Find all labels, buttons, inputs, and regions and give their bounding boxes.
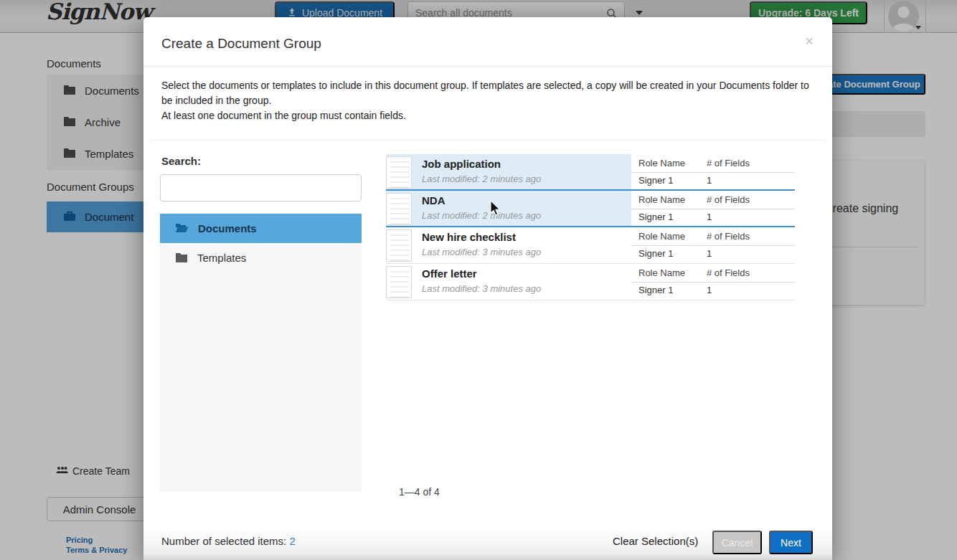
next-button[interactable]: Next (769, 531, 813, 554)
document-thumbnail (386, 229, 412, 262)
modal-title: Create a Document Group (161, 36, 321, 52)
modal-folder-templates[interactable]: Templates (160, 243, 362, 272)
role-name-value: Signer 1 (638, 285, 673, 295)
role-name-value: Signer 1 (638, 248, 673, 259)
document-row-nda[interactable]: NDA Last modified: 2 minutes ago Role Na… (386, 191, 795, 227)
folder-icon (175, 252, 188, 265)
open-folder-icon (175, 222, 189, 235)
role-name-header: Role Name (638, 267, 685, 278)
selected-items-count: 2 (289, 535, 295, 547)
document-title: Offer letter (422, 267, 477, 280)
document-title: Job application (422, 158, 501, 170)
document-thumbnail (386, 193, 412, 225)
fields-header: # of Fields (707, 267, 750, 278)
selected-items-text: Number of selected items: (161, 535, 286, 547)
clear-selection-button[interactable]: Clear Selection(s) (613, 535, 698, 547)
cancel-button[interactable]: Cancel (712, 531, 762, 554)
document-title: NDA (422, 194, 446, 207)
selected-items-label: Number of selected items: 2 (161, 535, 296, 547)
fields-value: 1 (707, 212, 712, 222)
create-document-group-modal: Create a Document Group × Select the doc… (143, 17, 832, 560)
document-row-job-application[interactable]: Job application Last modified: 2 minutes… (386, 154, 795, 191)
roles-divider (631, 245, 795, 246)
document-modified: Last modified: 3 minutes ago (422, 283, 541, 294)
fields-value: 1 (707, 248, 712, 259)
document-thumbnail (386, 156, 412, 189)
modal-description-divider (151, 140, 825, 141)
document-modified: Last modified: 2 minutes ago (422, 174, 541, 184)
modal-description-line1: Select the documents or templates to inc… (161, 78, 816, 108)
modal-folder-label: Documents (198, 222, 257, 234)
modal-search-input[interactable] (160, 174, 362, 201)
document-roles-table: Role Name # of Fields Signer 1 1 (631, 154, 795, 189)
modal-folder-label: Templates (197, 252, 246, 264)
document-roles-table: Role Name # of Fields Signer 1 1 (631, 264, 795, 300)
next-button-label: Next (781, 537, 801, 549)
role-name-header: Role Name (638, 158, 685, 169)
modal-document-list: Job application Last modified: 2 minutes… (386, 154, 795, 300)
modal-folder-documents[interactable]: Documents (160, 214, 362, 243)
fields-header: # of Fields (707, 158, 750, 169)
document-roles-table: Role Name # of Fields Signer 1 1 (631, 227, 795, 263)
document-title: New hire checklist (422, 231, 516, 243)
document-thumbnail (386, 266, 412, 298)
cancel-button-label: Cancel (722, 537, 753, 549)
close-icon[interactable]: × (805, 33, 814, 49)
roles-divider (631, 209, 795, 209)
modal-description-line2: At least one document in the group must … (161, 108, 816, 123)
fields-value: 1 (707, 285, 712, 295)
fields-header: # of Fields (707, 231, 750, 242)
fields-value: 1 (707, 175, 712, 186)
roles-divider (631, 172, 795, 173)
document-modified: Last modified: 2 minutes ago (422, 210, 541, 221)
document-row-new-hire-checklist[interactable]: New hire checklist Last modified: 3 minu… (386, 227, 795, 264)
modal-search-label: Search: (161, 155, 201, 167)
fields-header: # of Fields (707, 194, 750, 205)
roles-divider (631, 282, 795, 283)
role-name-header: Role Name (638, 194, 685, 205)
role-name-header: Role Name (638, 231, 685, 242)
pagination-label: 1—4 of 4 (399, 486, 440, 498)
modal-description: Select the documents or templates to inc… (161, 78, 816, 123)
role-name-value: Signer 1 (638, 175, 673, 186)
document-roles-table: Role Name # of Fields Signer 1 1 (631, 191, 795, 226)
modal-header-divider (143, 66, 832, 67)
document-row-offer-letter[interactable]: Offer letter Last modified: 3 minutes ag… (386, 264, 795, 300)
modal-folder-list: Documents Templates (160, 214, 362, 491)
role-name-value: Signer 1 (638, 212, 673, 222)
document-modified: Last modified: 3 minutes ago (422, 247, 541, 257)
